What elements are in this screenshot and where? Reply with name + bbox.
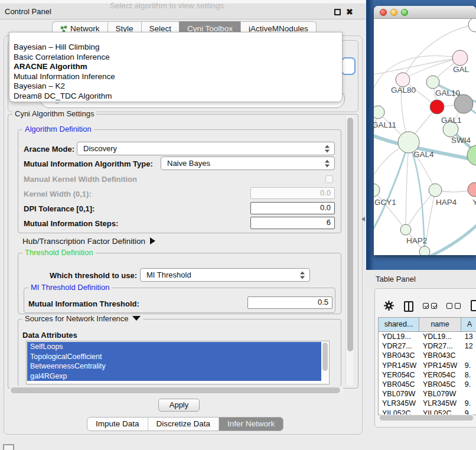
select-all-checkbox-icon[interactable]: [423, 303, 429, 309]
list-vertical-scrollbar[interactable]: [322, 343, 328, 381]
table-horizontal-scrollbar[interactable]: [379, 415, 475, 421]
node-hap2[interactable]: [400, 224, 411, 235]
manual-kernel-checkbox[interactable]: [325, 175, 333, 183]
list-item[interactable]: SelfLoops: [27, 342, 321, 352]
aracne-mode-value: Discovery: [83, 142, 117, 155]
column-header-shared-name[interactable]: shared...: [379, 318, 419, 332]
node-gal10[interactable]: [426, 76, 439, 89]
splitpane-collapse-icon[interactable]: [361, 217, 365, 221]
algorithm-option-dream8[interactable]: Dream8 DC_TDC Algorithm: [11, 92, 340, 102]
algorithm-option-aracne[interactable]: ARACNE Algorithm: [11, 62, 340, 72]
network-canvas[interactable]: GAL GAL80 GAL10 GAL1 GAL11 SWI4 GAL4 GCY…: [374, 19, 476, 255]
list-scrollbar-thumb[interactable]: [322, 343, 328, 371]
deselect-all-checkbox-icon[interactable]: [446, 303, 452, 309]
node-label: SWI4: [451, 136, 471, 145]
settings-scrollbar-thumb[interactable]: [347, 118, 353, 351]
node-gal-pink[interactable]: [452, 50, 468, 66]
table-row[interactable]: YBL079WYBL079W: [379, 389, 476, 399]
kernel-width-field[interactable]: 0.0: [250, 187, 335, 199]
dpi-tolerance-field[interactable]: 0.0: [250, 202, 335, 214]
list-item[interactable]: gal4RGexp: [27, 371, 321, 381]
gear-icon[interactable]: [384, 301, 394, 313]
combo-spinner-icon: [325, 145, 330, 152]
close-icon[interactable]: ✖: [346, 6, 353, 17]
algorithm-combo-focus-edge[interactable]: [341, 57, 356, 75]
table-body: YDL19...YDL19...13 YDR27...YDR27...12 YB…: [379, 332, 476, 415]
combo-spinner-icon: [300, 271, 305, 279]
dpi-tolerance-label: DPI Tolerance [0,1]:: [24, 204, 94, 213]
mi-steps-label: Mutual Information Steps:: [24, 219, 118, 228]
close-traffic-light-icon[interactable]: [380, 9, 387, 16]
data-attributes-list[interactable]: SelfLoops TopologicalCoefficient Between…: [26, 341, 330, 384]
table-row[interactable]: YPR145WYPR145W9.: [379, 361, 476, 370]
mi-steps-field[interactable]: 6: [250, 217, 335, 229]
network-view-window[interactable]: GAL GAL80 GAL10 GAL1 GAL11 SWI4 GAL4 GCY…: [374, 6, 476, 255]
show-columns-icon[interactable]: [404, 301, 413, 312]
table-panel-title: Table Panel: [376, 270, 416, 288]
tab-discretize-data[interactable]: Discretize Data: [148, 418, 220, 431]
sources-title-label: Sources for Network Inference: [25, 314, 129, 323]
node-label: GAL10: [435, 89, 460, 97]
data-attributes-label: Data Attributes: [22, 331, 77, 340]
algorithm-option-bayesian-hill[interactable]: Bayesian – Hill Climbing: [11, 43, 340, 53]
network-window-titlebar[interactable]: [374, 6, 476, 19]
tab-impute-data[interactable]: Impute Data: [87, 418, 148, 431]
node-salmon[interactable]: [468, 182, 476, 197]
table-row[interactable]: YER054CYER054C8.: [379, 370, 476, 380]
settings-vertical-scrollbar[interactable]: [345, 116, 353, 385]
node-label: GAL1: [441, 116, 462, 125]
threshold-definition-title: Threshold Definition: [22, 248, 96, 257]
node-label: GAL80: [391, 86, 416, 94]
sources-title[interactable]: Sources for Network Inference: [22, 314, 143, 323]
apply-button[interactable]: Apply: [158, 399, 200, 412]
algorithm-option-basic-correlation[interactable]: Basic Correlation Inference: [11, 53, 340, 63]
table-row[interactable]: YDL19...YDL19...13: [379, 332, 476, 341]
node-label: Y: [472, 198, 476, 207]
node-gcy1[interactable]: [374, 184, 380, 197]
which-threshold-label: Which threshold to use:: [50, 271, 137, 280]
node-gal11[interactable]: [374, 106, 384, 119]
which-threshold-value: MI Threshold: [146, 269, 191, 281]
minimize-traffic-light-icon[interactable]: [390, 9, 397, 16]
node-bright-green[interactable]: [467, 145, 476, 165]
table-hscrollbar-thumb[interactable]: [380, 415, 473, 420]
node-gal80[interactable]: [396, 73, 410, 87]
mi-threshold-group-title: MI Threshold Definition: [28, 283, 112, 292]
table-row[interactable]: YBR043CYBR043C: [379, 351, 476, 360]
table-row[interactable]: YLR345WYLR345W9.: [379, 399, 476, 408]
table-row[interactable]: YBR045CYBR045C9.: [379, 380, 476, 389]
node-hap4[interactable]: [429, 184, 442, 197]
settings-horizontal-scrollbar[interactable]: [9, 387, 344, 394]
select-all-checkbox-icon[interactable]: [431, 303, 437, 309]
table-header-row: shared... name A: [379, 318, 476, 332]
which-threshold-combo[interactable]: MI Threshold: [140, 268, 310, 282]
deselect-all-checkbox-icon[interactable]: [455, 303, 461, 309]
table-row[interactable]: YDR27...YDR27...12: [379, 341, 476, 351]
list-item[interactable]: BetweennessCentrality: [27, 361, 321, 371]
hub-definition-expander[interactable]: Hub/Transcription Factor Definition: [22, 237, 155, 246]
aracne-mode-combo[interactable]: Discovery: [77, 142, 335, 155]
node-partial-top[interactable]: [468, 19, 476, 32]
node-partial-bottom[interactable]: [419, 246, 430, 255]
bottom-tabbar: Impute Data Discretize Data Infer Networ…: [87, 417, 283, 431]
hscrollbar-thumb[interactable]: [11, 387, 340, 393]
float-window-icon[interactable]: [334, 9, 341, 15]
column-header-name[interactable]: name: [419, 318, 461, 332]
cyni-settings-title: Cyni Algorithm Settings: [12, 109, 96, 118]
mi-type-combo[interactable]: Naive Bayes: [161, 156, 335, 170]
table-row[interactable]: YIL052CYIL052C9.: [379, 409, 476, 415]
minimized-panel-icon[interactable]: [3, 444, 14, 450]
kernel-width-label: Kernel Width (0,1):: [24, 190, 92, 198]
algorithm-popup-placeholder: Select algorithm to view settings: [0, 1, 334, 10]
algorithm-option-bayesian-k2[interactable]: Bayesian – K2: [11, 81, 340, 92]
mi-threshold-field[interactable]: 0.5: [247, 296, 332, 309]
tab-infer-network[interactable]: Infer Network: [219, 418, 283, 431]
column-header-partial[interactable]: A: [461, 318, 476, 332]
node-label: HAP4: [436, 198, 457, 207]
export-table-icon[interactable]: [471, 300, 476, 311]
zoom-traffic-light-icon[interactable]: [401, 9, 408, 16]
list-item[interactable]: TopologicalCoefficient: [27, 352, 321, 362]
algorithm-option-mutual-information[interactable]: Mutual Information Inference: [11, 72, 340, 82]
network-node-labels: GAL GAL80 GAL10 GAL1 GAL11 SWI4 GAL4 GCY…: [374, 65, 476, 245]
node-gal1-red[interactable]: [430, 100, 444, 114]
